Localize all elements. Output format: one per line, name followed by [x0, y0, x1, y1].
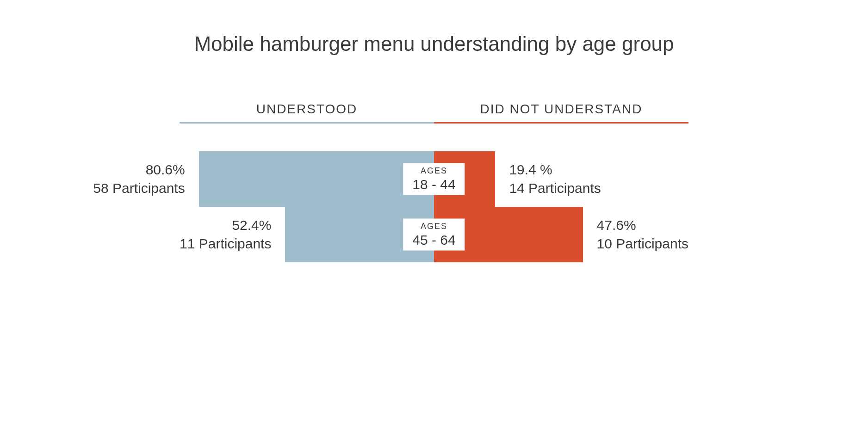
- legend-underline-not-understood: [434, 122, 688, 124]
- legend-understood-label: UNDERSTOOD: [180, 102, 434, 122]
- understood-stats: 52.4% 11 Participants: [180, 216, 285, 254]
- bar-row-left-side: 80.6% 58 Participants: [93, 151, 434, 207]
- chart-title: Mobile hamburger menu understanding by a…: [110, 32, 758, 56]
- bar-row-left-side: 52.4% 11 Participants: [180, 207, 434, 262]
- not-understood-stats: 47.6% 10 Participants: [583, 216, 688, 254]
- age-badge-prefix: AGES: [412, 166, 455, 176]
- legend-anchor: UNDERSTOOD DID NOT UNDERSTAND: [180, 102, 688, 124]
- bar-row-anchor: 52.4% 11 Participants 47.6% 10 Participa…: [180, 207, 688, 262]
- not-understood-participants: 10 Participants: [597, 235, 688, 254]
- age-badge-range: 18 - 44: [412, 177, 455, 192]
- legend-not-understood-label: DID NOT UNDERSTAND: [434, 102, 688, 122]
- age-badge-prefix: AGES: [412, 222, 455, 231]
- chart-legend: UNDERSTOOD DID NOT UNDERSTAND: [180, 102, 688, 124]
- bar-rows: 80.6% 58 Participants 19.4 % 14 Particip…: [110, 151, 758, 262]
- bar-row: 52.4% 11 Participants 47.6% 10 Participa…: [180, 207, 688, 262]
- understood-percent: 52.4%: [180, 216, 271, 235]
- not-understood-percent: 47.6%: [597, 216, 688, 235]
- bar-row-right-side: 47.6% 10 Participants: [434, 207, 688, 262]
- age-badge-range: 45 - 64: [412, 232, 455, 248]
- age-badge: AGES 45 - 64: [403, 219, 465, 251]
- bar-row: 80.6% 58 Participants 19.4 % 14 Particip…: [180, 151, 688, 207]
- not-understood-participants: 14 Participants: [509, 179, 601, 198]
- understood-participants: 58 Participants: [93, 179, 185, 198]
- not-understood-stats: 19.4 % 14 Participants: [495, 161, 601, 198]
- not-understood-percent: 19.4 %: [509, 161, 601, 180]
- chart-container: Mobile hamburger menu understanding by a…: [110, 32, 758, 262]
- legend-underline-understood: [180, 122, 434, 124]
- legend-not-understood: DID NOT UNDERSTAND: [434, 102, 688, 124]
- legend-understood: UNDERSTOOD: [180, 102, 434, 124]
- age-badge: AGES 18 - 44: [403, 163, 465, 195]
- understood-percent: 80.6%: [93, 161, 185, 180]
- bar-row-anchor: 80.6% 58 Participants 19.4 % 14 Particip…: [180, 151, 688, 207]
- understood-bar: [199, 151, 434, 207]
- understood-stats: 80.6% 58 Participants: [93, 161, 198, 198]
- understood-participants: 11 Participants: [180, 235, 271, 254]
